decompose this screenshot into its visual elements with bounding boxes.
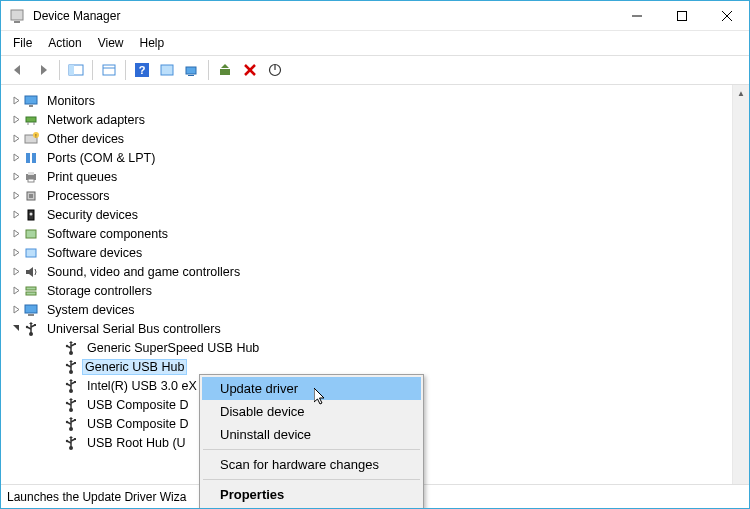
expander-icon[interactable] xyxy=(9,229,23,238)
category-icon xyxy=(23,264,39,280)
tree-device[interactable]: Generic SuperSpeed USB Hub xyxy=(1,338,749,357)
category-label: Universal Serial Bus controllers xyxy=(45,321,223,337)
expander-icon[interactable] xyxy=(9,210,23,219)
category-icon xyxy=(23,169,39,185)
svg-rect-15 xyxy=(220,69,230,75)
svg-point-44 xyxy=(26,325,28,327)
device-label: USB Composite D xyxy=(85,416,190,432)
category-label: Storage controllers xyxy=(45,283,154,299)
expander-icon[interactable] xyxy=(9,305,23,314)
toolbar-separator xyxy=(92,60,93,80)
tree-category[interactable]: Security devices xyxy=(1,205,749,224)
forward-button[interactable] xyxy=(32,59,54,81)
tree-category[interactable]: Print queues xyxy=(1,167,749,186)
svg-point-64 xyxy=(66,420,68,422)
usb-icon xyxy=(63,378,79,394)
tree-category[interactable]: Universal Serial Bus controllers xyxy=(1,319,749,338)
svg-rect-0 xyxy=(11,10,23,20)
category-label: Processors xyxy=(45,188,112,204)
expander-icon[interactable] xyxy=(9,324,23,333)
ctx-disable-device[interactable]: Disable device xyxy=(202,400,421,423)
properties-button[interactable] xyxy=(98,59,120,81)
device-label: Generic SuperSpeed USB Hub xyxy=(85,340,261,356)
svg-rect-37 xyxy=(26,249,36,257)
menu-action[interactable]: Action xyxy=(40,33,89,53)
action-button[interactable] xyxy=(156,59,178,81)
expander-icon[interactable] xyxy=(9,153,23,162)
tree-category[interactable]: Monitors xyxy=(1,91,749,110)
svg-text:!: ! xyxy=(35,132,36,138)
tree-category[interactable]: System devices xyxy=(1,300,749,319)
menu-help[interactable]: Help xyxy=(132,33,173,53)
show-hide-console-tree-button[interactable] xyxy=(65,59,87,81)
svg-rect-69 xyxy=(74,438,76,440)
svg-rect-3 xyxy=(677,11,686,20)
svg-rect-28 xyxy=(32,153,36,163)
ctx-scan-hardware[interactable]: Scan for hardware changes xyxy=(202,453,421,476)
category-icon xyxy=(23,188,39,204)
category-icon xyxy=(23,302,39,318)
menubar: File Action View Help xyxy=(1,31,749,55)
tree-category[interactable]: Processors xyxy=(1,186,749,205)
expander-icon[interactable] xyxy=(9,267,23,276)
svg-rect-33 xyxy=(29,194,33,198)
category-label: Security devices xyxy=(45,207,140,223)
update-driver-button[interactable] xyxy=(214,59,236,81)
category-label: Ports (COM & LPT) xyxy=(45,150,157,166)
svg-rect-12 xyxy=(161,65,173,75)
expander-icon[interactable] xyxy=(9,191,23,200)
titlebar: Device Manager xyxy=(1,1,749,31)
svg-rect-65 xyxy=(74,419,76,421)
tree-category[interactable]: !Other devices xyxy=(1,129,749,148)
tree-category[interactable]: Ports (COM & LPT) xyxy=(1,148,749,167)
tree-category[interactable]: Software components xyxy=(1,224,749,243)
usb-icon xyxy=(63,416,79,432)
expander-icon[interactable] xyxy=(9,134,23,143)
minimize-button[interactable] xyxy=(614,1,659,30)
close-button[interactable] xyxy=(704,1,749,30)
menu-view[interactable]: View xyxy=(90,33,132,53)
device-label: USB Root Hub (U xyxy=(85,435,188,451)
svg-rect-40 xyxy=(25,305,37,313)
expander-icon[interactable] xyxy=(9,96,23,105)
svg-rect-53 xyxy=(74,362,76,364)
device-label: Generic USB Hub xyxy=(82,359,187,375)
svg-rect-41 xyxy=(28,314,34,316)
uninstall-device-button[interactable] xyxy=(239,59,261,81)
category-icon xyxy=(23,207,39,223)
scrollbar[interactable]: ▲ xyxy=(732,85,749,485)
ctx-uninstall-device[interactable]: Uninstall device xyxy=(202,423,421,446)
category-icon xyxy=(23,321,39,337)
svg-point-48 xyxy=(66,344,68,346)
expander-icon[interactable] xyxy=(9,172,23,181)
tree-category[interactable]: Storage controllers xyxy=(1,281,749,300)
category-label: System devices xyxy=(45,302,137,318)
svg-rect-38 xyxy=(26,287,36,290)
maximize-button[interactable] xyxy=(659,1,704,30)
help-button[interactable]: ? xyxy=(131,59,153,81)
svg-point-56 xyxy=(66,382,68,384)
svg-point-68 xyxy=(66,439,68,441)
back-button[interactable] xyxy=(7,59,29,81)
category-icon: ! xyxy=(23,131,39,147)
svg-point-52 xyxy=(66,363,68,365)
expander-icon[interactable] xyxy=(9,286,23,295)
category-icon xyxy=(23,283,39,299)
device-label: USB Composite D xyxy=(85,397,190,413)
category-icon xyxy=(23,226,39,242)
scroll-up-icon[interactable]: ▲ xyxy=(733,85,749,102)
svg-rect-7 xyxy=(69,65,74,75)
ctx-properties[interactable]: Properties xyxy=(202,483,421,506)
svg-rect-61 xyxy=(74,400,76,402)
expander-icon[interactable] xyxy=(9,248,23,257)
tree-category[interactable]: Network adapters xyxy=(1,110,749,129)
disable-device-button[interactable] xyxy=(264,59,286,81)
scan-hardware-button[interactable] xyxy=(181,59,203,81)
category-label: Sound, video and game controllers xyxy=(45,264,242,280)
tree-category[interactable]: Sound, video and game controllers xyxy=(1,262,749,281)
tree-category[interactable]: Software devices xyxy=(1,243,749,262)
expander-icon[interactable] xyxy=(9,115,23,124)
ctx-update-driver[interactable]: Update driver xyxy=(202,377,421,400)
context-menu: Update driver Disable device Uninstall d… xyxy=(199,374,424,509)
menu-file[interactable]: File xyxy=(5,33,40,53)
